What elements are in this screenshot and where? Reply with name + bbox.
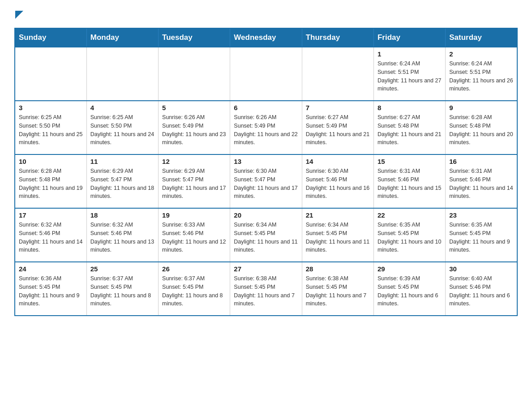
day-cell: 30Sunrise: 6:40 AMSunset: 5:46 PMDayligh…	[446, 262, 517, 316]
day-info: Sunrise: 6:26 AMSunset: 5:49 PMDaylight:…	[162, 113, 226, 147]
logo	[14, 11, 23, 21]
day-number: 9	[449, 104, 513, 111]
day-cell	[302, 47, 373, 101]
day-cell: 21Sunrise: 6:34 AMSunset: 5:45 PMDayligh…	[302, 208, 373, 262]
day-number: 22	[378, 211, 442, 219]
day-info: Sunrise: 6:32 AMSunset: 5:46 PMDaylight:…	[19, 221, 83, 254]
day-info: Sunrise: 6:29 AMSunset: 5:47 PMDaylight:…	[162, 167, 226, 201]
day-info: Sunrise: 6:27 AMSunset: 5:49 PMDaylight:…	[306, 113, 370, 147]
day-cell: 2Sunrise: 6:24 AMSunset: 5:51 PMDaylight…	[446, 47, 517, 101]
day-number: 10	[19, 158, 83, 165]
day-number: 4	[90, 104, 154, 111]
day-number: 26	[162, 265, 226, 273]
day-number: 29	[378, 265, 442, 273]
day-info: Sunrise: 6:33 AMSunset: 5:46 PMDaylight:…	[162, 221, 226, 254]
day-number: 12	[162, 158, 226, 165]
day-info: Sunrise: 6:35 AMSunset: 5:45 PMDaylight:…	[378, 221, 442, 254]
day-number: 21	[306, 211, 370, 219]
day-cell: 8Sunrise: 6:27 AMSunset: 5:48 PMDaylight…	[373, 101, 445, 154]
day-info: Sunrise: 6:27 AMSunset: 5:48 PMDaylight:…	[378, 113, 442, 147]
day-cell	[86, 47, 158, 101]
day-cell: 18Sunrise: 6:32 AMSunset: 5:46 PMDayligh…	[86, 208, 158, 262]
header-cell-saturday: Saturday	[446, 28, 517, 47]
day-cell: 9Sunrise: 6:28 AMSunset: 5:48 PMDaylight…	[446, 101, 517, 154]
day-info: Sunrise: 6:37 AMSunset: 5:45 PMDaylight:…	[90, 274, 154, 308]
header	[14, 11, 518, 21]
day-number: 8	[378, 104, 442, 111]
day-info: Sunrise: 6:24 AMSunset: 5:51 PMDaylight:…	[378, 60, 442, 93]
calendar-header: SundayMondayTuesdayWednesdayThursdayFrid…	[15, 28, 517, 47]
day-info: Sunrise: 6:35 AMSunset: 5:45 PMDaylight:…	[449, 221, 513, 254]
header-row: SundayMondayTuesdayWednesdayThursdayFrid…	[15, 28, 517, 47]
day-info: Sunrise: 6:28 AMSunset: 5:48 PMDaylight:…	[449, 113, 513, 147]
day-number: 15	[378, 158, 442, 165]
week-row-3: 17Sunrise: 6:32 AMSunset: 5:46 PMDayligh…	[15, 208, 517, 262]
day-number: 14	[306, 158, 370, 165]
day-info: Sunrise: 6:39 AMSunset: 5:45 PMDaylight:…	[378, 274, 442, 308]
day-cell	[230, 47, 302, 101]
day-cell: 1Sunrise: 6:24 AMSunset: 5:51 PMDaylight…	[373, 47, 445, 101]
day-cell: 14Sunrise: 6:30 AMSunset: 5:46 PMDayligh…	[302, 154, 373, 208]
day-cell	[15, 47, 86, 101]
header-cell-tuesday: Tuesday	[159, 28, 230, 47]
header-cell-wednesday: Wednesday	[230, 28, 302, 47]
day-cell: 13Sunrise: 6:30 AMSunset: 5:47 PMDayligh…	[230, 154, 302, 208]
day-cell: 15Sunrise: 6:31 AMSunset: 5:46 PMDayligh…	[373, 154, 445, 208]
day-info: Sunrise: 6:38 AMSunset: 5:45 PMDaylight:…	[234, 274, 298, 308]
day-number: 24	[19, 265, 83, 273]
day-info: Sunrise: 6:40 AMSunset: 5:46 PMDaylight:…	[449, 274, 513, 308]
day-info: Sunrise: 6:25 AMSunset: 5:50 PMDaylight:…	[90, 113, 154, 147]
day-number: 13	[234, 158, 298, 165]
day-cell: 12Sunrise: 6:29 AMSunset: 5:47 PMDayligh…	[159, 154, 230, 208]
day-number: 27	[234, 265, 298, 273]
day-cell: 5Sunrise: 6:26 AMSunset: 5:49 PMDaylight…	[159, 101, 230, 154]
day-number: 19	[162, 211, 226, 219]
day-number: 25	[90, 265, 154, 273]
day-cell: 24Sunrise: 6:36 AMSunset: 5:45 PMDayligh…	[15, 262, 86, 316]
day-cell: 11Sunrise: 6:29 AMSunset: 5:47 PMDayligh…	[86, 154, 158, 208]
calendar-table: SundayMondayTuesdayWednesdayThursdayFrid…	[14, 28, 518, 316]
day-number: 20	[234, 211, 298, 219]
day-info: Sunrise: 6:31 AMSunset: 5:46 PMDaylight:…	[449, 167, 513, 201]
day-cell: 23Sunrise: 6:35 AMSunset: 5:45 PMDayligh…	[446, 208, 517, 262]
day-info: Sunrise: 6:25 AMSunset: 5:50 PMDaylight:…	[19, 113, 83, 147]
header-cell-friday: Friday	[373, 28, 445, 47]
day-cell: 6Sunrise: 6:26 AMSunset: 5:49 PMDaylight…	[230, 101, 302, 154]
day-number: 17	[19, 211, 83, 219]
day-cell: 7Sunrise: 6:27 AMSunset: 5:49 PMDaylight…	[302, 101, 373, 154]
day-cell: 20Sunrise: 6:34 AMSunset: 5:45 PMDayligh…	[230, 208, 302, 262]
day-info: Sunrise: 6:32 AMSunset: 5:46 PMDaylight:…	[90, 221, 154, 254]
header-cell-monday: Monday	[86, 28, 158, 47]
day-cell: 3Sunrise: 6:25 AMSunset: 5:50 PMDaylight…	[15, 101, 86, 154]
day-number: 28	[306, 265, 370, 273]
day-number: 6	[234, 104, 298, 111]
day-number: 11	[90, 158, 154, 165]
day-number: 23	[449, 211, 513, 219]
day-number: 1	[378, 50, 442, 58]
day-info: Sunrise: 6:24 AMSunset: 5:51 PMDaylight:…	[449, 60, 513, 93]
logo-arrow-icon	[15, 11, 23, 19]
day-number: 2	[449, 50, 513, 58]
day-info: Sunrise: 6:38 AMSunset: 5:45 PMDaylight:…	[306, 274, 370, 308]
day-cell: 22Sunrise: 6:35 AMSunset: 5:45 PMDayligh…	[373, 208, 445, 262]
week-row-1: 3Sunrise: 6:25 AMSunset: 5:50 PMDaylight…	[15, 101, 517, 154]
day-number: 30	[449, 265, 513, 273]
day-cell: 16Sunrise: 6:31 AMSunset: 5:46 PMDayligh…	[446, 154, 517, 208]
day-info: Sunrise: 6:31 AMSunset: 5:46 PMDaylight:…	[378, 167, 442, 201]
day-cell	[159, 47, 230, 101]
day-cell: 27Sunrise: 6:38 AMSunset: 5:45 PMDayligh…	[230, 262, 302, 316]
header-cell-thursday: Thursday	[302, 28, 373, 47]
day-info: Sunrise: 6:30 AMSunset: 5:47 PMDaylight:…	[234, 167, 298, 201]
day-number: 7	[306, 104, 370, 111]
day-cell: 26Sunrise: 6:37 AMSunset: 5:45 PMDayligh…	[159, 262, 230, 316]
header-cell-sunday: Sunday	[15, 28, 86, 47]
day-info: Sunrise: 6:29 AMSunset: 5:47 PMDaylight:…	[90, 167, 154, 201]
day-number: 18	[90, 211, 154, 219]
day-info: Sunrise: 6:36 AMSunset: 5:45 PMDaylight:…	[19, 274, 83, 308]
day-cell: 4Sunrise: 6:25 AMSunset: 5:50 PMDaylight…	[86, 101, 158, 154]
day-number: 5	[162, 104, 226, 111]
day-info: Sunrise: 6:34 AMSunset: 5:45 PMDaylight:…	[306, 221, 370, 254]
day-number: 16	[449, 158, 513, 165]
day-cell: 17Sunrise: 6:32 AMSunset: 5:46 PMDayligh…	[15, 208, 86, 262]
day-cell: 28Sunrise: 6:38 AMSunset: 5:45 PMDayligh…	[302, 262, 373, 316]
